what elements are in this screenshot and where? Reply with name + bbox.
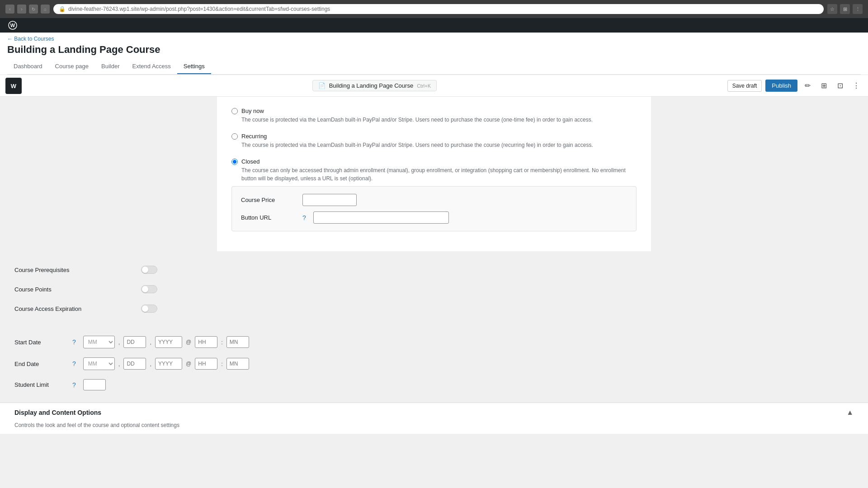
start-date-sep1: , [118,339,120,346]
bookmark-icon[interactable]: ☆ [827,4,837,14]
post-title-bar[interactable]: 📄 Building a Landing Page Course Ctrl+K [312,80,437,91]
menu-icon[interactable]: ⋮ [853,4,863,14]
extensions-icon[interactable]: ⊞ [840,4,850,14]
browser-back[interactable]: ‹ [5,5,14,14]
end-date-yyyy[interactable] [155,358,182,370]
end-date-sep2: , [150,361,151,367]
course-access-expiration-row: Course Access Expiration [14,299,854,319]
end-date-row: End Date ? MM , , @ : [14,353,854,375]
closed-description: The course can only be accessed through … [241,166,637,183]
view-icon-button[interactable]: ⊡ [834,80,846,92]
course-prerequisites-label: Course Prerequisites [14,267,141,273]
browser-reload[interactable]: ↻ [29,5,38,14]
closed-fields-box: Course Price Button URL ? [231,186,637,231]
end-date-label: End Date [14,361,69,367]
recurring-label[interactable]: Recurring [231,133,637,140]
course-prerequisites-toggle[interactable] [141,266,157,274]
end-date-colon: : [221,361,223,367]
more-options-button[interactable]: ⋮ [850,80,863,92]
course-price-input[interactable] [302,194,357,206]
closed-radio[interactable] [231,159,238,165]
tab-settings[interactable]: Settings [177,59,211,74]
recurring-text: Recurring [241,133,267,140]
closed-label[interactable]: Closed [231,158,637,165]
buy-now-radio[interactable] [231,108,238,114]
recurring-radio[interactable] [231,133,238,140]
editor-bar: W 📄 Building a Landing Page Course Ctrl+… [0,75,868,97]
course-access-expiration-toggle[interactable] [141,305,157,313]
course-points-label: Course Points [14,286,141,293]
student-limit-row: Student Limit ? [14,375,854,395]
end-date-help-icon[interactable]: ? [72,360,76,367]
edit-icon-button[interactable]: ✏ [801,80,814,92]
recurring-option: Recurring The course is protected via th… [231,133,637,149]
url-bar[interactable]: 🔒 divine-feather-76243.wp1.site/wp-admin… [53,4,824,14]
save-draft-button[interactable]: Save draft [727,80,762,92]
post-icon: 📄 [318,82,326,89]
buy-now-text: Buy now [241,108,264,114]
course-prerequisites-row: Course Prerequisites [14,260,854,280]
page-title: Building a Landing Page Course [7,44,861,56]
start-date-mm[interactable]: MM [83,336,115,348]
start-date-sep2: , [150,339,151,346]
end-date-at: @ [186,361,191,367]
end-date-dd[interactable] [123,358,146,370]
start-date-colon: : [221,339,223,346]
tab-dashboard[interactable]: Dashboard [7,59,49,74]
end-date-sep1: , [118,361,120,367]
tab-course-page[interactable]: Course page [49,59,95,74]
main-content: Buy now The course is protected via the … [0,97,868,488]
start-date-mn[interactable] [226,336,249,348]
browser-forward[interactable]: › [17,5,26,14]
end-date-hh[interactable] [195,358,217,370]
button-url-help-icon[interactable]: ? [302,214,306,221]
course-access-expiration-toggle-switch[interactable] [141,305,157,313]
wp-editor-logo: W [5,78,22,94]
content-area: Buy now The course is protected via the … [217,97,651,251]
start-date-at: @ [186,339,191,345]
student-limit-input[interactable] [83,379,106,390]
course-prerequisites-toggle-switch[interactable] [141,266,157,274]
collapse-display-content-button[interactable]: ▲ [846,408,854,417]
editor-bar-left: W [5,78,22,94]
start-date-yyyy[interactable] [155,336,182,348]
course-access-expiration-label: Course Access Expiration [14,305,141,312]
start-date-label: Start Date [14,339,69,346]
display-content-section-heading[interactable]: Display and Content Options ▲ [0,402,868,422]
wp-admin-logo: W [5,18,20,33]
start-date-dd[interactable] [123,336,146,348]
button-url-label: Button URL [241,214,295,221]
course-price-row: Course Price [241,194,627,206]
date-section: Start Date ? MM , , @ : End Date ? MM , … [0,328,868,402]
settings-section: Course Prerequisites Course Points Cours… [0,251,868,328]
student-limit-help-icon[interactable]: ? [72,381,76,389]
tab-builder[interactable]: Builder [95,59,126,74]
course-points-row: Course Points [14,280,854,299]
course-points-toggle[interactable] [141,285,157,293]
start-date-help-icon[interactable]: ? [72,338,76,346]
wp-admin-bar: W [0,18,868,33]
display-content-description: Controls the look and feel of the course… [0,422,868,434]
buy-now-description: The course is protected via the LearnDas… [241,116,637,124]
end-date-mm[interactable]: MM [83,357,115,370]
tab-extend-access[interactable]: Extend Access [126,59,177,74]
svg-text:W: W [10,23,15,28]
start-date-row: Start Date ? MM , , @ : [14,331,854,353]
start-date-hh[interactable] [195,336,217,348]
end-date-mn[interactable] [226,358,249,370]
layout-icon-button[interactable]: ⊞ [817,80,830,92]
course-points-toggle-switch[interactable] [141,285,157,293]
keyboard-shortcut: Ctrl+K [417,83,431,89]
post-title-label: Building a Landing Page Course [329,82,413,89]
buy-now-label[interactable]: Buy now [231,108,637,114]
button-url-row: Button URL ? [241,211,627,224]
course-price-label: Course Price [241,197,295,203]
button-url-input[interactable] [313,211,449,224]
publish-button[interactable]: Publish [765,80,797,92]
browser-home[interactable]: ⌂ [41,5,50,14]
closed-text: Closed [241,158,259,165]
nav-tabs: Dashboard Course page Builder Extend Acc… [7,59,861,75]
back-to-courses-link[interactable]: Back to Courses [7,36,54,42]
svg-text:W: W [11,83,17,89]
editor-bar-center: 📄 Building a Landing Page Course Ctrl+K [312,80,437,91]
